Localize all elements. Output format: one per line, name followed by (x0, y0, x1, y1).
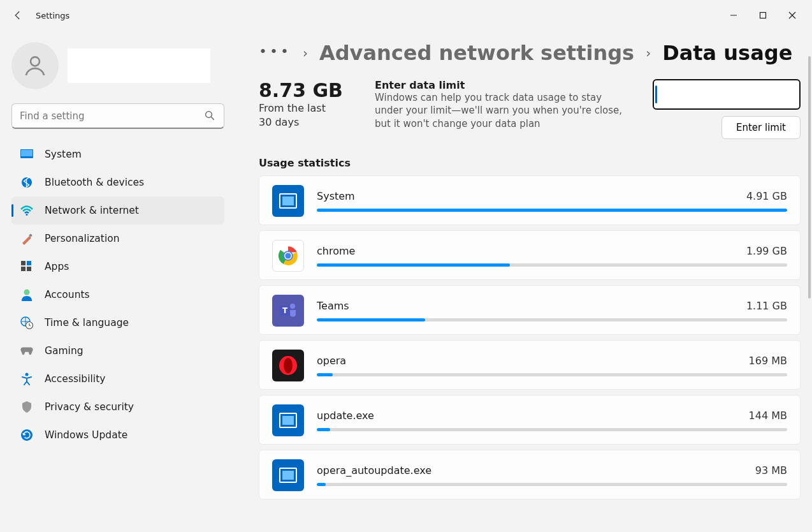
apps-icon (20, 260, 33, 273)
teams-icon: T (272, 295, 304, 327)
svg-rect-14 (21, 267, 25, 271)
close-button[interactable] (778, 5, 807, 26)
sidebar-item-label: Personalization (45, 233, 120, 244)
sidebar-item-bluetooth[interactable]: Bluetooth & devices (11, 168, 224, 196)
usage-bar (317, 483, 787, 486)
system-app-icon (272, 404, 304, 436)
usage-bar (317, 373, 787, 376)
limit-title: Enter data limit (375, 79, 632, 91)
svg-point-5 (206, 112, 212, 118)
sidebar-item-network[interactable]: Network & internet (11, 196, 224, 225)
avatar (11, 42, 59, 89)
data-limit-info: Enter data limit Windows can help you tr… (375, 79, 632, 130)
svg-point-20 (21, 429, 33, 441)
account-name-block (68, 48, 210, 83)
sidebar-item-label: Apps (45, 261, 69, 272)
svg-point-24 (285, 253, 291, 258)
breadcrumb-more-icon[interactable]: ••• (259, 43, 291, 63)
svg-point-10 (26, 214, 28, 216)
chrome-icon (272, 240, 304, 272)
globe-clock-icon (20, 316, 33, 329)
svg-text:T: T (282, 306, 288, 315)
sidebar-item-label: Time & language (45, 317, 129, 329)
display-icon (20, 148, 33, 161)
enter-limit-button[interactable]: Enter limit (721, 116, 801, 139)
network-selector-dropdown[interactable] (653, 79, 801, 110)
usage-bar (317, 263, 787, 267)
wifi-icon (20, 204, 33, 217)
sidebar-item-label: System (45, 149, 82, 160)
usage-row[interactable]: opera_autoupdate.exe93 MB (259, 450, 801, 499)
app-name: Teams (317, 300, 349, 312)
usage-row[interactable]: update.exe144 MB (259, 395, 801, 445)
svg-rect-1 (760, 13, 766, 18)
sidebar-item-time[interactable]: Time & language (11, 309, 224, 337)
maximize-button[interactable] (748, 5, 778, 26)
app-name: System (317, 190, 355, 202)
usage-list: System4.91 GBchrome1.99 GBTTeams1.11 GBo… (259, 175, 801, 499)
app-usage-amount: 144 MB (749, 410, 787, 422)
svg-line-6 (211, 117, 214, 120)
sidebar-item-label: Accounts (45, 289, 90, 300)
system-app-icon (272, 185, 304, 217)
sidebar-item-apps[interactable]: Apps (11, 253, 224, 281)
window-title: Settings (36, 11, 69, 20)
svg-rect-13 (27, 261, 31, 265)
usage-row[interactable]: System4.91 GB (259, 175, 801, 225)
accessibility-icon (20, 373, 33, 385)
usage-row[interactable]: TTeams1.11 GB (259, 285, 801, 335)
chevron-right-icon: › (646, 45, 651, 61)
app-name: chrome (317, 245, 355, 257)
sidebar-item-personalization[interactable]: Personalization (11, 225, 224, 253)
usage-bar (317, 209, 787, 212)
svg-rect-8 (21, 150, 33, 156)
person-icon (20, 288, 33, 301)
breadcrumb-parent[interactable]: Advanced network settings (319, 41, 634, 65)
app-name: opera (317, 355, 346, 367)
back-button[interactable] (5, 3, 31, 28)
search-icon (204, 110, 215, 124)
svg-point-4 (31, 57, 40, 66)
usage-row[interactable]: opera169 MB (259, 340, 801, 390)
limit-description: Windows can help you track data usage to… (375, 91, 632, 130)
svg-point-19 (25, 373, 29, 376)
sidebar-item-label: Network & internet (45, 205, 139, 216)
scrollbar[interactable] (806, 31, 811, 532)
sidebar-item-label: Gaming (45, 345, 83, 357)
app-usage-amount: 4.91 GB (746, 190, 787, 202)
sidebar-item-system[interactable]: System (11, 140, 224, 168)
main-content: ••• › Advanced network settings › Data u… (236, 31, 812, 532)
app-usage-amount: 93 MB (755, 464, 787, 477)
app-name: update.exe (317, 410, 374, 422)
account-block[interactable] (11, 36, 224, 101)
sidebar-item-accounts[interactable]: Accounts (11, 281, 224, 309)
shield-icon (20, 401, 33, 413)
minimize-button[interactable] (719, 5, 748, 26)
sidebar-item-accessibility[interactable]: Accessibility (11, 365, 224, 393)
sidebar-nav: System Bluetooth & devices Network & int… (11, 140, 224, 449)
svg-rect-12 (21, 261, 25, 265)
sidebar: System Bluetooth & devices Network & int… (0, 31, 236, 532)
summary-row: 8.73 GB From the last 30 days Enter data… (259, 79, 801, 157)
scrollbar-thumb[interactable] (808, 56, 811, 299)
app-name: opera_autoupdate.exe (317, 464, 431, 477)
total-period: From the last 30 days (259, 101, 342, 129)
breadcrumb: ••• › Advanced network settings › Data u… (259, 36, 801, 79)
sidebar-item-update[interactable]: Windows Update (11, 421, 224, 449)
sidebar-item-privacy[interactable]: Privacy & security (11, 393, 224, 421)
usage-row[interactable]: chrome1.99 GB (259, 230, 801, 280)
sidebar-item-label: Accessibility (45, 373, 105, 385)
usage-bar (317, 428, 787, 431)
svg-point-29 (284, 358, 293, 373)
page-title: Data usage (662, 41, 792, 65)
gamepad-icon (20, 344, 33, 357)
app-usage-amount: 169 MB (749, 355, 787, 367)
search-input[interactable] (11, 103, 224, 129)
search-box[interactable] (11, 103, 224, 129)
chevron-right-icon: › (303, 45, 308, 61)
app-usage-amount: 1.11 GB (746, 300, 787, 312)
usage-bar (317, 318, 787, 321)
svg-rect-15 (27, 267, 31, 271)
sidebar-item-gaming[interactable]: Gaming (11, 337, 224, 365)
update-icon (20, 429, 33, 441)
